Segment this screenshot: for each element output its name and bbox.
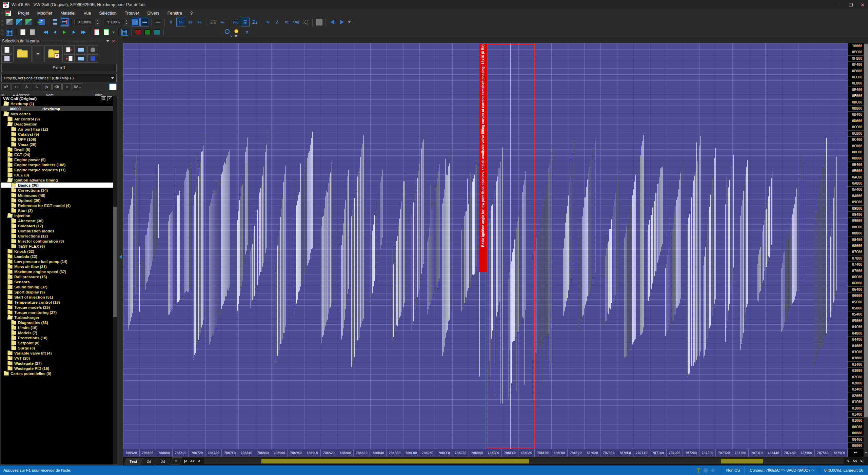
original-button[interactable]: Org [292, 18, 301, 26]
y-zoom-spinner[interactable]: Y:100% [103, 19, 129, 25]
extra1-button[interactable]: Extra 1 [1, 64, 117, 72]
scroll-right-button-1[interactable]: >> [852, 458, 859, 464]
menu-item-vue[interactable]: Vue [80, 10, 95, 17]
tree-item[interactable]: Reference for EGT model (4) [1, 203, 117, 208]
tree-item[interactable]: Basics (36) [1, 183, 117, 188]
text-view-button[interactable] [140, 18, 149, 26]
tree-item[interactable]: VVT (20) [1, 356, 117, 361]
checksum-status[interactable]: Non CS [721, 467, 745, 474]
tree-item[interactable]: Turbocharger [1, 315, 117, 320]
menu-item-slction[interactable]: Séléction [95, 10, 120, 17]
tree-item[interactable]: Temperature control (16) [1, 300, 117, 305]
splitter-arrow-icon[interactable] [119, 254, 122, 259]
view-tab-3d[interactable]: 3d [155, 458, 171, 465]
background-button[interactable] [315, 18, 323, 26]
map-list-row[interactable]: 00000Hexdump [1, 106, 117, 111]
map-annotation-strip[interactable]: Basic ignition angle for low port flaps … [479, 44, 487, 272]
map-grid-button[interactable] [120, 28, 129, 37]
x-zoom-down[interactable] [95, 22, 100, 25]
hint-button[interactable] [233, 28, 242, 37]
x-zoom-up[interactable] [95, 19, 100, 22]
filter-button-1[interactable]: ∷ [12, 83, 21, 90]
select-next-diff-button[interactable] [102, 28, 111, 37]
tree-item[interactable]: Hexdump (1) [1, 101, 117, 106]
delta-button[interactable]: Δ [273, 18, 282, 26]
minimize-button[interactable] [833, 0, 845, 10]
view-tab-2d[interactable]: 2d [141, 458, 157, 465]
y-zoom-up[interactable] [124, 19, 129, 22]
tree-item[interactable]: Rail pressure (15) [1, 274, 117, 279]
tree-item[interactable]: OPF (108) [1, 137, 117, 142]
binary-view-button[interactable]: 111444 [250, 18, 259, 26]
hexdump-graph[interactable]: Basic ignition angle for low port flaps … [123, 43, 848, 449]
document-icon[interactable] [5, 11, 11, 16]
window-layout-button[interactable] [60, 18, 69, 26]
tree-item[interactable]: Corrections (34) [1, 188, 117, 193]
color-swatch[interactable] [109, 83, 117, 90]
filter-button-5[interactable]: KK [52, 83, 62, 90]
data-width-button-8[interactable]: 8 [167, 18, 176, 26]
nav-last-button[interactable] [79, 28, 88, 37]
search-settings-button[interactable] [223, 28, 232, 37]
tree-item[interactable]: Lambda (23) [1, 254, 117, 259]
panel-collapse-button[interactable] [105, 38, 111, 44]
tree-item[interactable]: Mes cartes [1, 111, 117, 116]
reverse-button[interactable] [87, 45, 98, 54]
tree-item[interactable]: Cartes potentielles (0) [1, 371, 117, 376]
open-version-button[interactable]: V [44, 45, 63, 62]
map-red-button[interactable] [134, 28, 142, 37]
close-button[interactable] [856, 0, 868, 10]
menu-item-matriel[interactable]: Matériel [56, 10, 79, 17]
prev-map-button[interactable] [328, 18, 337, 26]
tree-item[interactable]: Corrections (12) [1, 233, 117, 239]
horizontal-scroll-thumb[interactable] [261, 459, 529, 463]
grid-view-button[interactable] [5, 28, 14, 37]
keyboard-button[interactable] [76, 54, 86, 63]
filter-button-6[interactable]: ≡ [62, 83, 72, 90]
selection-dropdown-icon[interactable] [112, 32, 115, 33]
columns-mode-button[interactable] [154, 18, 162, 26]
tree-scrollbar[interactable] [113, 96, 117, 464]
factor-button[interactable]: ×1 [282, 18, 291, 26]
select-prev-diff-button[interactable] [92, 28, 101, 37]
next-map-button[interactable] [337, 18, 346, 26]
menu-item-divers[interactable]: Divers [143, 10, 163, 17]
panel-splitter[interactable] [118, 37, 123, 466]
tree-item[interactable]: Diagnostics (33) [1, 320, 117, 325]
scroll-left-button-2[interactable]: < [196, 458, 202, 464]
plugin-button[interactable] [87, 54, 98, 63]
view-tab-text[interactable]: Text [124, 458, 143, 465]
menu-item-modifier[interactable]: Modifier [33, 10, 56, 17]
doc-a-button[interactable] [18, 28, 27, 37]
list-view-icon[interactable]: ▤ [101, 96, 106, 101]
original-compare-button[interactable]: OrgOrg [301, 18, 310, 26]
filter-button-0[interactable]: =? [1, 83, 11, 90]
wave-view-button[interactable] [131, 18, 140, 26]
filter-button-3[interactable]: i- [32, 83, 41, 90]
filter-button-7[interactable]: Dé... [73, 83, 82, 90]
tree-root-item[interactable]: VW Golf (Original)▤✕ [1, 96, 117, 101]
tree-item[interactable]: Injection [1, 213, 117, 218]
tree-item[interactable]: Surge (3) [1, 345, 117, 350]
tree-item[interactable]: Engine torque requests (11) [1, 167, 117, 172]
import-file-button[interactable] [64, 45, 75, 54]
vertical-scrollbar[interactable] [864, 43, 868, 449]
data-width-button-fl[interactable]: Fl. [195, 18, 204, 26]
tree-item[interactable]: Torque monitoring (27) [1, 310, 117, 315]
map-teal-button[interactable] [153, 28, 161, 37]
tree-item[interactable]: Optimal (36) [1, 198, 117, 203]
panel-close-button[interactable] [111, 38, 116, 44]
tree-item[interactable]: Catalyst (5) [1, 132, 117, 137]
tree-item[interactable]: EGT (24) [1, 152, 117, 157]
tree-item[interactable]: Ignition advance timing [1, 177, 117, 183]
tree-item[interactable]: Limits (18) [1, 325, 117, 330]
tree-item[interactable]: Dwell (6) [1, 147, 117, 152]
toolbar-grip[interactable] [1, 19, 3, 26]
filter-button-2[interactable]: Δ [22, 83, 31, 90]
menu-item-fentre[interactable]: Fenêtre [163, 10, 186, 17]
tree-item[interactable]: Sound tuning (37) [1, 284, 117, 289]
open-dropdown-button[interactable] [33, 45, 43, 62]
wizard-button[interactable] [5, 18, 14, 26]
tree-item[interactable]: Afterstart (30) [1, 218, 117, 223]
doc-b-button[interactable] [28, 28, 37, 37]
